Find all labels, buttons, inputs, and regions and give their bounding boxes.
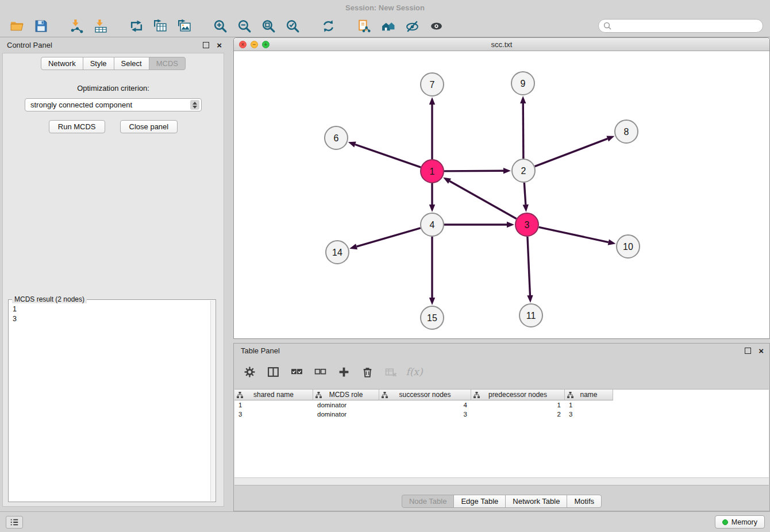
network-canvas[interactable]: 7968124314101511	[234, 52, 769, 338]
graph-node-1[interactable]: 1	[421, 160, 444, 183]
svg-text:15: 15	[427, 313, 437, 323]
table-cell[interactable]: 1	[565, 400, 613, 410]
table-cell[interactable]: 3	[234, 410, 313, 419]
tab-motifs[interactable]: Motifs	[567, 495, 602, 508]
control-panel-header: Control Panel ×	[0, 37, 228, 53]
table-cell[interactable]: 1	[471, 400, 565, 410]
graph-node-4[interactable]: 4	[421, 213, 444, 236]
table-cell[interactable]: 3	[565, 410, 613, 419]
graph-edge-4-14[interactable]	[357, 228, 421, 246]
graph-edge-3-11[interactable]	[528, 237, 530, 295]
tab-network[interactable]: Network	[41, 57, 83, 70]
column-header-MCDS-role[interactable]: MCDS role	[313, 390, 379, 400]
graph-edge-3-1[interactable]	[449, 181, 516, 219]
delete-table-button[interactable]	[383, 364, 398, 379]
column-header-name[interactable]: name	[565, 390, 613, 400]
zoom-selected-button[interactable]	[280, 17, 305, 36]
window-maximize-icon[interactable]	[262, 41, 270, 48]
delete-row-button[interactable]	[360, 364, 375, 379]
tab-mcds[interactable]: MCDS	[149, 57, 186, 70]
table-row[interactable]: 1dominator411	[234, 400, 769, 410]
svg-text:9: 9	[521, 79, 526, 88]
unselect-all-columns-button[interactable]	[313, 364, 328, 379]
table-cell[interactable]: 2	[471, 410, 565, 419]
save-session-button[interactable]	[29, 17, 53, 36]
close-panel-button[interactable]: Close panel	[120, 120, 178, 133]
task-history-button[interactable]	[6, 516, 23, 529]
table-horizontal-scrollbar[interactable]	[234, 477, 769, 485]
graph-edge-1-6[interactable]	[355, 144, 421, 167]
graph-edge-2-9[interactable]	[523, 103, 523, 159]
column-sort-icon[interactable]	[473, 392, 480, 400]
graph-edge-2-3[interactable]	[524, 183, 525, 205]
column-visibility-button[interactable]	[265, 364, 280, 379]
close-table-panel-icon[interactable]: ×	[759, 348, 764, 354]
import-table-button[interactable]	[88, 17, 113, 36]
table-settings-button[interactable]	[242, 364, 257, 379]
graph-node-8[interactable]: 8	[615, 120, 638, 143]
run-mcds-button[interactable]: Run MCDS	[49, 120, 105, 133]
tab-edge-table[interactable]: Edge Table	[453, 495, 506, 508]
column-sort-icon[interactable]	[315, 392, 322, 400]
select-all-columns-button[interactable]	[289, 364, 304, 379]
refresh-view-button[interactable]	[316, 17, 340, 36]
tab-style[interactable]: Style	[83, 57, 114, 70]
graph-edge-2-8[interactable]	[535, 138, 608, 166]
checked-boxes-icon	[291, 366, 303, 378]
table-cell[interactable]: dominator	[313, 400, 379, 410]
graph-node-3[interactable]: 3	[515, 213, 538, 236]
global-search-input[interactable]	[614, 22, 758, 30]
table-row[interactable]: 3dominator323	[234, 410, 769, 419]
criterion-dropdown[interactable]: strongly connected component	[25, 98, 202, 111]
tab-select[interactable]: Select	[114, 57, 149, 70]
graph-node-11[interactable]: 11	[519, 304, 542, 327]
float-panel-icon[interactable]	[203, 42, 209, 48]
graph-node-9[interactable]: 9	[511, 72, 534, 95]
memory-button[interactable]: Memory	[715, 515, 765, 529]
graph-edge-3-10[interactable]	[539, 227, 609, 242]
export-table-button[interactable]	[148, 17, 172, 36]
graph-node-14[interactable]: 14	[326, 241, 349, 264]
graph-node-6[interactable]: 6	[325, 126, 348, 149]
table-cell[interactable]: 1	[234, 400, 313, 410]
table-cell[interactable]: 3	[379, 410, 471, 419]
zoom-fit-button[interactable]	[256, 17, 280, 36]
column-sort-icon[interactable]	[237, 392, 243, 400]
float-table-panel-icon[interactable]	[745, 348, 751, 354]
first-neighbors-button[interactable]	[376, 17, 400, 36]
column-header-shared-name[interactable]: shared name	[234, 390, 313, 400]
table-cell[interactable]: dominator	[313, 410, 379, 419]
column-header-successor-nodes[interactable]: successor nodes	[379, 390, 471, 400]
graph-edge-arrowhead	[507, 222, 514, 228]
graph-node-15[interactable]: 15	[421, 306, 444, 329]
tab-node-table[interactable]: Node Table	[402, 495, 455, 508]
import-network-button[interactable]	[64, 17, 88, 36]
open-file-button[interactable]	[5, 17, 29, 36]
mcds-result-box[interactable]: MCDS result (2 nodes) 1 3	[8, 299, 216, 502]
network-cycle-button[interactable]	[124, 17, 148, 36]
graphics-details-button[interactable]	[400, 17, 424, 36]
window-title: Session: New Session	[345, 3, 425, 12]
column-sort-icon[interactable]	[382, 392, 388, 400]
graph-edge-arrowhead	[523, 205, 529, 212]
window-close-icon[interactable]	[239, 41, 247, 48]
close-panel-icon[interactable]: ×	[217, 42, 222, 48]
tab-network-table[interactable]: Network Table	[505, 495, 567, 508]
mcds-result-value: 1	[13, 304, 215, 314]
zoom-out-button[interactable]	[232, 17, 256, 36]
zoom-in-button[interactable]	[208, 17, 232, 36]
graph-edge-1-2[interactable]	[444, 171, 503, 171]
graph-node-2[interactable]: 2	[512, 159, 535, 182]
column-header-predecessor-nodes[interactable]: predecessor nodes	[471, 390, 565, 400]
add-row-button[interactable]	[336, 364, 351, 379]
duplicate-network-button[interactable]	[352, 17, 376, 36]
column-sort-icon[interactable]	[567, 392, 573, 400]
graph-node-7[interactable]: 7	[421, 73, 444, 96]
table-cell[interactable]: 4	[379, 400, 471, 410]
hide-details-button[interactable]	[424, 17, 448, 36]
result-scrollbar[interactable]	[210, 300, 215, 501]
graph-node-10[interactable]: 10	[617, 235, 640, 258]
apply-function-button[interactable]: f(x)	[407, 364, 422, 379]
export-image-button[interactable]	[172, 17, 197, 36]
window-minimize-icon[interactable]	[251, 41, 258, 48]
